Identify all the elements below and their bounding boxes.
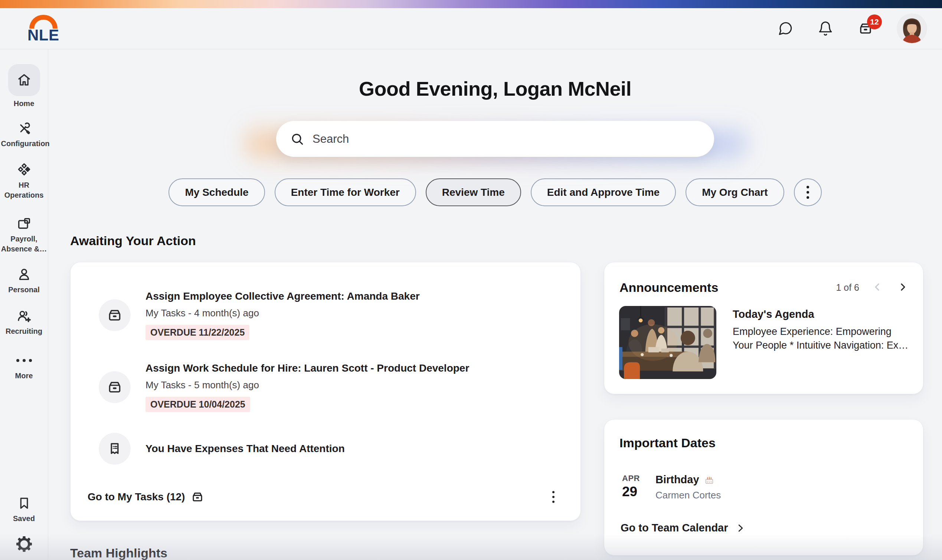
important-dates-title: Important Dates (620, 436, 715, 450)
inbox-tray-icon (191, 490, 204, 504)
home-icon (16, 72, 32, 88)
sidebar-label: HR Operations (1, 180, 47, 200)
sidebar-item-settings[interactable] (0, 536, 48, 552)
announcements-prev-button[interactable] (870, 280, 885, 295)
my-org-chart-button[interactable]: My Org Chart (686, 178, 784, 206)
go-to-team-calendar-label: Go to Team Calendar (621, 522, 728, 534)
sidebar-item-personal[interactable]: Personal (0, 267, 48, 295)
logo-text: NLE (28, 28, 59, 43)
task-meta: My Tasks - 4 month(s) ago (145, 308, 420, 319)
review-time-button[interactable]: Review Time (426, 178, 521, 206)
task-title-link[interactable]: You Have Expenses That Need Attention (145, 443, 345, 455)
chat-button[interactable] (777, 20, 794, 37)
home-active-tile (8, 64, 40, 96)
quick-actions-row: My Schedule Enter Time for Worker Review… (48, 178, 942, 206)
announcement-item[interactable]: Today's Agenda Employee Experience: Empo… (619, 306, 910, 379)
task-row[interactable]: Assign Work Schedule for Hire: Lauren Sc… (99, 362, 558, 412)
task-inbox-icon (99, 299, 131, 331)
important-dates-card: Important Dates APR 29 Birthday (604, 419, 923, 555)
payroll-icon (16, 216, 32, 231)
bookmark-icon (16, 495, 32, 511)
announcements-header: Announcements 1 of 6 (620, 280, 910, 295)
notifications-button[interactable] (817, 20, 834, 37)
search-bar[interactable] (276, 121, 714, 157)
diamonds-icon (16, 162, 32, 178)
announcements-pagination: 1 of 6 (836, 282, 859, 293)
task-title-link[interactable]: Assign Employee Collective Agreement: Am… (145, 291, 420, 302)
event-info: Birthday Carmen Cortes (655, 474, 721, 501)
sidebar-label: Payroll, Absence &… (1, 234, 47, 254)
chat-bubble-icon (778, 21, 793, 36)
ellipsis-icon (16, 353, 32, 368)
my-schedule-button[interactable]: My Schedule (168, 178, 265, 206)
event-day: 29 (622, 484, 640, 500)
person-icon (16, 267, 32, 282)
recruiting-icon (16, 308, 32, 324)
bell-icon (818, 21, 833, 36)
search-icon (290, 132, 304, 146)
sidebar-label: Recruiting (1, 326, 47, 336)
app-header: NLE 12 (0, 8, 942, 49)
sidebar-item-home[interactable]: Home (0, 64, 48, 109)
inbox-badge: 12 (867, 14, 882, 29)
task-meta: My Tasks - 5 month(s) ago (145, 379, 469, 391)
nle-logo[interactable]: NLE (28, 15, 59, 43)
edit-and-approve-time-button[interactable]: Edit and Approve Time (531, 178, 676, 206)
team-highlights-title: Team Highlights (70, 546, 167, 560)
go-to-team-calendar-link[interactable]: Go to Team Calendar (621, 522, 745, 534)
chevron-right-icon (897, 282, 908, 292)
avatar (897, 13, 927, 44)
overdue-badge: OVERDUE 11/22/2025 (145, 325, 250, 340)
more-actions-button[interactable] (794, 178, 822, 206)
sidebar-label: Saved (1, 514, 47, 524)
greeting-title: Good Evening, Logan McNeil (48, 77, 942, 100)
chevron-left-icon (872, 282, 883, 292)
tools-icon (16, 120, 32, 136)
event-title: Birthday (655, 474, 699, 486)
birthday-cake-icon (704, 474, 715, 485)
task-row[interactable]: Assign Employee Collective Agreement: Am… (99, 291, 558, 340)
profile-avatar-button[interactable] (897, 13, 927, 44)
enter-time-for-worker-button[interactable]: Enter Time for Worker (274, 178, 416, 206)
inbox-button[interactable]: 12 (857, 20, 874, 37)
go-to-my-tasks-label: Go to My Tasks (12) (88, 491, 185, 503)
sidebar-label: Personal (1, 285, 47, 295)
header-actions: 12 (777, 13, 927, 44)
sidebar-item-hr-operations[interactable]: HR Operations (0, 162, 48, 200)
announcement-item-title[interactable]: Today's Agenda (733, 308, 910, 320)
sidebar-item-recruiting[interactable]: Recruiting (0, 308, 48, 336)
task-receipt-icon (99, 433, 131, 465)
awaiting-action-card: Assign Employee Collective Agreement: Am… (70, 262, 581, 521)
task-row[interactable]: You Have Expenses That Need Attention (99, 432, 558, 465)
date-event-row[interactable]: APR 29 Birthday (622, 474, 721, 501)
event-month: APR (622, 474, 640, 483)
announcement-photo (619, 306, 716, 379)
announcements-title: Announcements (620, 280, 718, 295)
go-to-my-tasks-link[interactable]: Go to My Tasks (12) (88, 490, 204, 504)
awaiting-your-action-title: Awaiting Your Action (70, 234, 196, 248)
announcement-text: Today's Agenda Employee Experience: Empo… (733, 306, 910, 379)
sidebar-label: More (1, 371, 47, 381)
announcements-next-button[interactable] (896, 280, 910, 295)
task-inbox-icon (99, 371, 131, 403)
top-gradient-strip (0, 0, 942, 8)
overdue-badge: OVERDUE 10/04/2025 (145, 397, 250, 412)
sidebar-item-saved[interactable]: Saved (0, 495, 48, 524)
task-title-link[interactable]: Assign Work Schedule for Hire: Lauren Sc… (145, 362, 469, 374)
sidebar-label: Home (1, 98, 47, 109)
sidebar-item-configuration[interactable]: Configuration (0, 120, 48, 149)
announcements-card: Announcements 1 of 6 (604, 262, 923, 394)
tasks-menu-button[interactable] (549, 487, 558, 506)
announcement-item-body: Employee Experience: Empowering Your Peo… (733, 325, 910, 352)
sidebar-label: Configuration (1, 139, 47, 149)
sidebar: Home Configuration HR Operations Payroll… (0, 49, 48, 560)
date-block: APR 29 (622, 474, 640, 501)
chevron-right-icon (735, 523, 745, 533)
sidebar-item-more[interactable]: More (0, 353, 48, 381)
sidebar-item-payroll-absence[interactable]: Payroll, Absence &… (0, 216, 48, 254)
search-input[interactable] (313, 132, 700, 146)
event-person: Carmen Cortes (655, 489, 721, 501)
gear-icon (16, 536, 32, 552)
tasks-card-footer: Go to My Tasks (12) (88, 484, 558, 510)
